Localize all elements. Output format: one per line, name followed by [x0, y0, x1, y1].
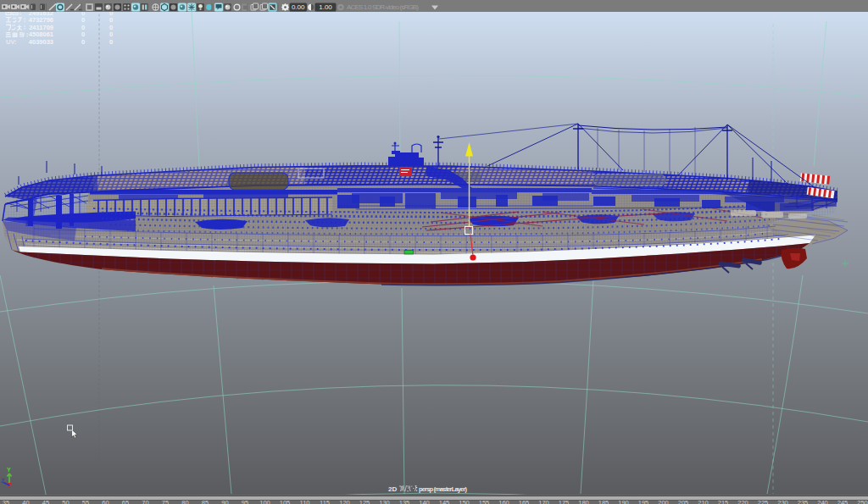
svg-text:1.00: 1.00 [319, 3, 332, 11]
svg-text:0.00: 0.00 [292, 3, 305, 11]
svg-text:ACES 1.0 SDR-video (sRGB): ACES 1.0 SDR-video (sRGB) [347, 3, 419, 11]
svg-text:0: 0 [109, 38, 113, 46]
svg-text:4039033: 4039033 [29, 38, 53, 46]
svg-text:0: 0 [81, 38, 85, 46]
svg-text:2D: 2D [388, 485, 397, 493]
svg-text:persp (masterLayer): persp (masterLayer) [419, 485, 468, 493]
svg-text:Z: Z [1, 478, 5, 484]
svg-text:Y: Y [7, 467, 11, 473]
svg-text:UV:: UV: [6, 38, 17, 46]
